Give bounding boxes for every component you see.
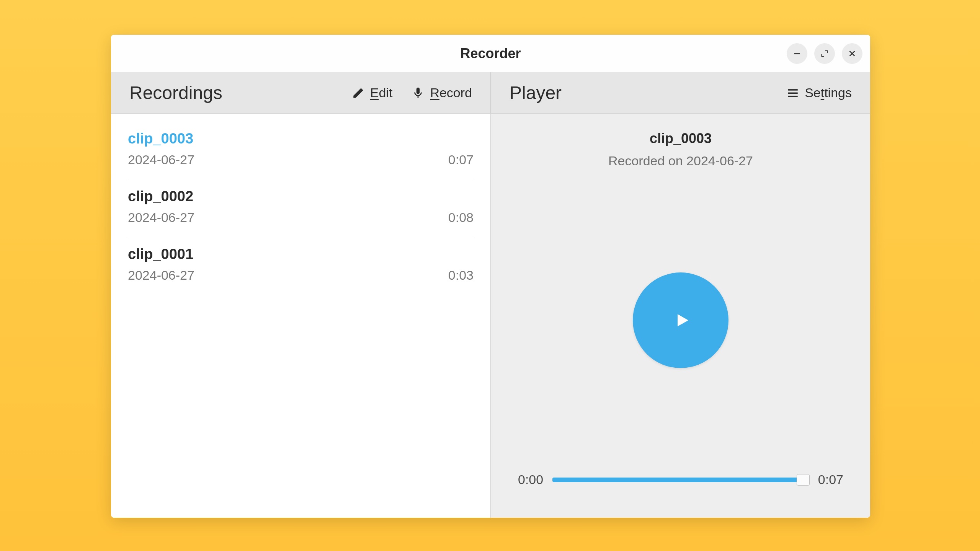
hamburger-icon bbox=[786, 86, 799, 99]
window-title: Recorder bbox=[460, 46, 521, 62]
content: clip_00032024-06-270:07clip_00022024-06-… bbox=[111, 114, 870, 518]
svg-rect-0 bbox=[794, 53, 800, 54]
recording-duration: 0:08 bbox=[448, 210, 474, 225]
recording-item[interactable]: clip_00022024-06-270:08 bbox=[128, 178, 474, 236]
play-area bbox=[633, 168, 728, 472]
toolbar-right: Player Settings bbox=[491, 72, 870, 113]
app-window: Recorder Recordings bbox=[111, 35, 870, 518]
time-elapsed: 0:00 bbox=[518, 472, 543, 487]
recording-name: clip_0001 bbox=[128, 246, 474, 262]
recordings-actions: Edit Record bbox=[352, 85, 472, 100]
recording-date: 2024-06-27 bbox=[128, 152, 194, 167]
minimize-icon bbox=[793, 49, 801, 58]
window-controls bbox=[787, 43, 862, 64]
progress-row: 0:00 0:07 bbox=[514, 472, 847, 495]
recording-item[interactable]: clip_00012024-06-270:03 bbox=[128, 236, 474, 293]
recording-date: 2024-06-27 bbox=[128, 210, 194, 225]
record-button[interactable]: Record bbox=[412, 85, 472, 100]
recordings-heading: Recordings bbox=[129, 82, 222, 103]
record-label: Record bbox=[430, 85, 472, 100]
recording-meta: 2024-06-270:08 bbox=[128, 210, 474, 225]
close-icon bbox=[848, 49, 856, 58]
recordings-list: clip_00032024-06-270:07clip_00022024-06-… bbox=[111, 114, 491, 518]
minimize-button[interactable] bbox=[787, 43, 807, 64]
progress-slider[interactable] bbox=[552, 478, 809, 482]
player-heading: Player bbox=[510, 82, 562, 103]
player-current-name: clip_0003 bbox=[650, 130, 712, 147]
player-pane: clip_0003 Recorded on 2024-06-27 0:00 0:… bbox=[491, 114, 870, 518]
maximize-button[interactable] bbox=[814, 43, 835, 64]
time-total: 0:07 bbox=[818, 472, 843, 487]
toolbar-left: Recordings Edit Record bbox=[111, 72, 491, 113]
recording-meta: 2024-06-270:03 bbox=[128, 268, 474, 283]
svg-rect-2 bbox=[788, 89, 798, 91]
recording-name: clip_0003 bbox=[128, 130, 474, 147]
close-button[interactable] bbox=[842, 43, 862, 64]
player-subtitle: Recorded on 2024-06-27 bbox=[608, 153, 753, 168]
svg-rect-4 bbox=[788, 96, 798, 97]
pencil-icon bbox=[352, 86, 365, 99]
microphone-icon bbox=[412, 86, 425, 99]
recording-item[interactable]: clip_00032024-06-270:07 bbox=[128, 121, 474, 178]
player-actions: Settings bbox=[786, 85, 852, 100]
play-button[interactable] bbox=[633, 272, 728, 368]
recording-meta: 2024-06-270:07 bbox=[128, 152, 474, 167]
edit-label: Edit bbox=[370, 85, 393, 100]
svg-rect-1 bbox=[416, 87, 420, 94]
recording-duration: 0:07 bbox=[448, 152, 474, 167]
play-icon bbox=[673, 311, 691, 329]
recording-date: 2024-06-27 bbox=[128, 268, 194, 283]
settings-button[interactable]: Settings bbox=[786, 85, 852, 100]
titlebar: Recorder bbox=[111, 35, 870, 72]
svg-rect-3 bbox=[788, 92, 798, 94]
recording-name: clip_0002 bbox=[128, 188, 474, 205]
edit-button[interactable]: Edit bbox=[352, 85, 393, 100]
recording-duration: 0:03 bbox=[448, 268, 474, 283]
progress-thumb[interactable] bbox=[797, 474, 810, 486]
settings-label: Settings bbox=[805, 85, 852, 100]
maximize-icon bbox=[820, 49, 829, 58]
toolbar: Recordings Edit Record Player bbox=[111, 72, 870, 114]
